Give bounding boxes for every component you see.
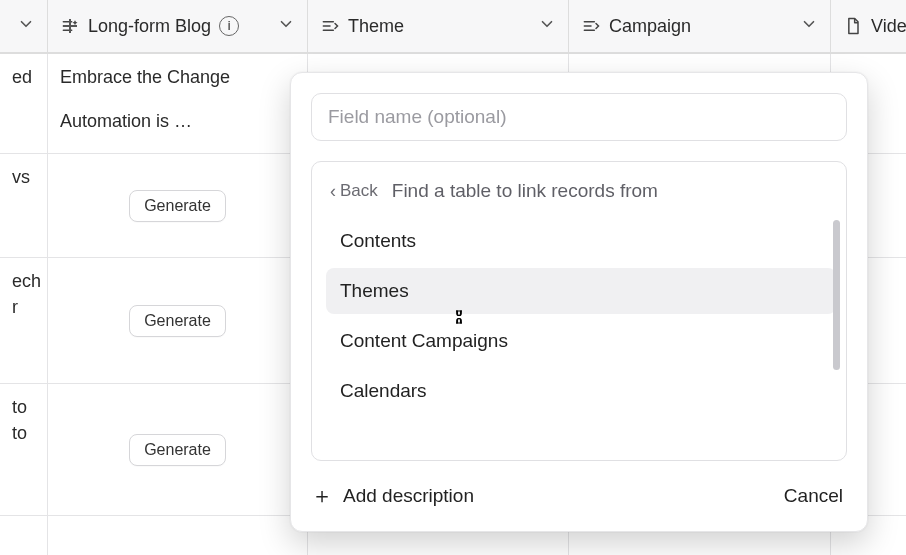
blog-text-line: Embrace the Change (60, 64, 295, 90)
link-icon (581, 16, 601, 36)
column-label: Vide (871, 16, 906, 37)
generate-button[interactable]: Generate (129, 305, 226, 337)
chevron-down-icon (17, 15, 35, 38)
row-options-header[interactable] (0, 0, 48, 52)
back-button[interactable]: ‹ Back (330, 181, 378, 201)
row-fragment: ed (0, 54, 48, 153)
sparkle-icon (60, 16, 80, 36)
cancel-button[interactable]: Cancel (780, 479, 847, 513)
generate-button[interactable]: Generate (129, 434, 226, 466)
column-header-row: Long-form Blog i Theme Campaign Vide (0, 0, 906, 54)
table-option[interactable]: Content Campaigns (326, 318, 836, 364)
chevron-left-icon: ‹ (330, 182, 336, 200)
table-option[interactable]: Themes (326, 268, 836, 314)
row-fragment: to to (0, 384, 48, 515)
column-header-video[interactable]: Vide (831, 0, 906, 52)
row-fragment: vs (0, 154, 48, 257)
link-icon (320, 16, 340, 36)
blog-cell[interactable]: Generate (48, 154, 308, 257)
field-name-input[interactable] (311, 93, 847, 141)
blog-cell[interactable] (48, 516, 308, 555)
picker-prompt: Find a table to link records from (392, 180, 658, 202)
row-fragment: ech r (0, 258, 48, 383)
column-label: Theme (348, 16, 404, 37)
popover-footer: ＋ Add description Cancel (311, 461, 847, 513)
info-icon[interactable]: i (219, 16, 239, 36)
column-label: Long-form Blog (88, 16, 211, 37)
column-label: Campaign (609, 16, 691, 37)
chevron-down-icon[interactable] (538, 15, 556, 38)
add-description-label: Add description (343, 485, 474, 507)
table-options-list: Contents Themes Content Campaigns Calend… (326, 214, 836, 450)
back-label: Back (340, 181, 378, 201)
column-header-blog[interactable]: Long-form Blog i (48, 0, 308, 52)
table-option[interactable]: Contents (326, 218, 836, 264)
table-picker-panel: ‹ Back Find a table to link records from… (311, 161, 847, 461)
generate-button[interactable]: Generate (129, 190, 226, 222)
add-description-button[interactable]: ＋ Add description (311, 485, 474, 507)
column-header-campaign[interactable]: Campaign (569, 0, 831, 52)
field-config-popover: ‹ Back Find a table to link records from… (290, 72, 868, 532)
blog-cell[interactable]: Embrace the Change Automation is … (48, 54, 308, 153)
plus-icon: ＋ (311, 485, 333, 507)
table-option[interactable]: Calendars (326, 368, 836, 414)
row-fragment (0, 516, 48, 555)
list-header: ‹ Back Find a table to link records from (326, 176, 836, 214)
page-icon (843, 16, 863, 36)
blog-cell[interactable]: Generate (48, 258, 308, 383)
blog-cell[interactable]: Generate (48, 384, 308, 515)
blog-text-line: Automation is … (60, 108, 295, 134)
chevron-down-icon[interactable] (277, 15, 295, 38)
chevron-down-icon[interactable] (800, 15, 818, 38)
column-header-theme[interactable]: Theme (308, 0, 569, 52)
scrollbar-thumb[interactable] (833, 220, 840, 370)
